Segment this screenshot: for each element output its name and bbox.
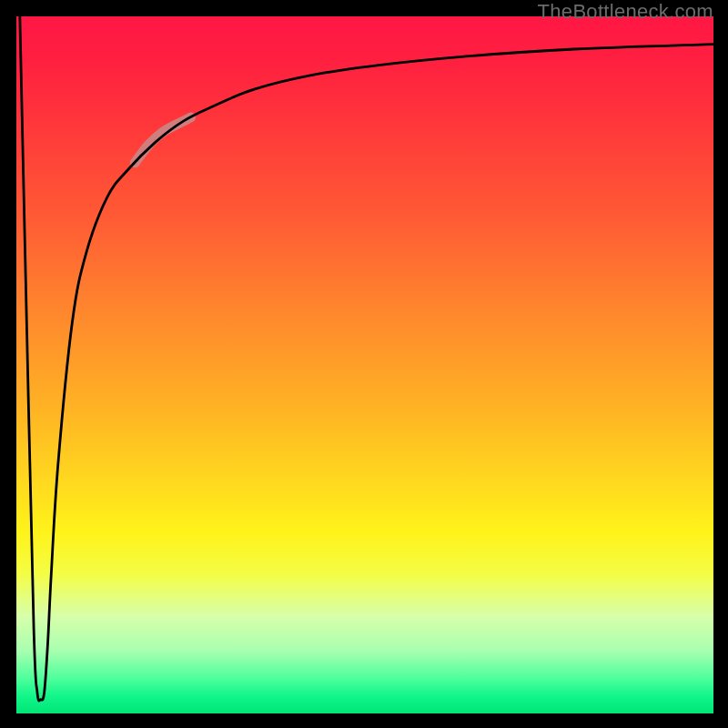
watermark-text: TheBottleneck.com (538, 0, 713, 24)
plot-area (16, 16, 713, 713)
chart-container: TheBottleneck.com (0, 0, 728, 728)
gradient-background (16, 16, 713, 713)
